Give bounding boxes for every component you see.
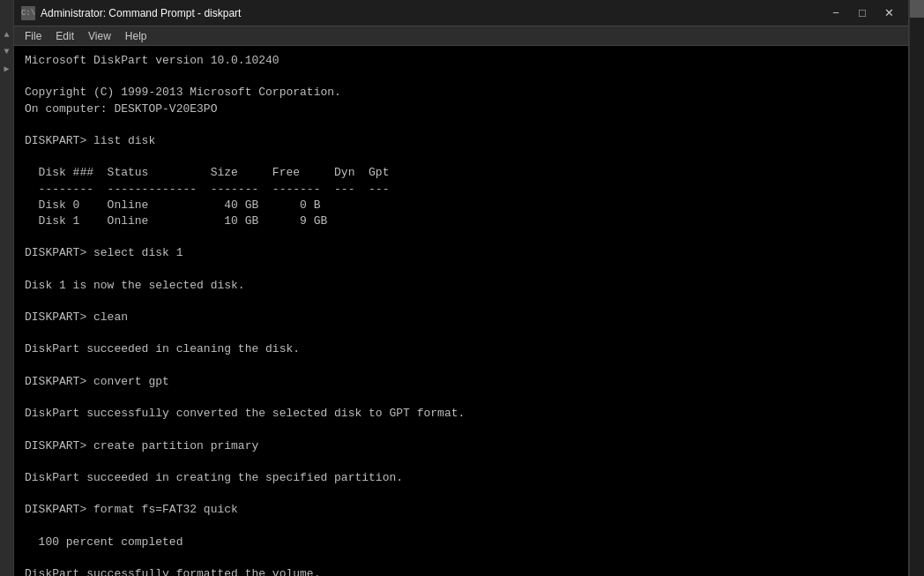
sidebar-arrow-up[interactable]: ▲	[4, 30, 9, 40]
menu-edit[interactable]: Edit	[48, 28, 81, 44]
cmd-icon: C:\	[21, 6, 35, 20]
title-bar-controls: − □ ✕	[823, 4, 901, 23]
terminal-output[interactable]: Microsoft DiskPart version 10.0.10240 Co…	[14, 46, 908, 576]
window-container: ▲ ▼ ▶ C:\ Administrator: Command Prompt …	[0, 0, 924, 576]
main-area: C:\ Administrator: Command Prompt - disk…	[14, 0, 908, 576]
left-sidebar: ▲ ▼ ▶	[0, 0, 14, 576]
window-title: Administrator: Command Prompt - diskpart	[41, 7, 241, 19]
menu-view[interactable]: View	[81, 28, 118, 44]
title-bar: C:\ Administrator: Command Prompt - disk…	[14, 0, 908, 26]
title-bar-left: C:\ Administrator: Command Prompt - disk…	[21, 6, 241, 20]
close-button[interactable]: ✕	[876, 4, 901, 23]
menu-file[interactable]: File	[18, 28, 48, 44]
maximize-button[interactable]: □	[850, 4, 875, 23]
sidebar-arrow-right[interactable]: ▶	[4, 64, 9, 74]
sidebar-arrow-down[interactable]: ▼	[4, 47, 9, 56]
minimize-button[interactable]: −	[823, 4, 848, 23]
right-sidebar	[908, 0, 924, 576]
menu-help[interactable]: Help	[118, 28, 154, 44]
menu-bar: File Edit View Help	[14, 26, 908, 46]
